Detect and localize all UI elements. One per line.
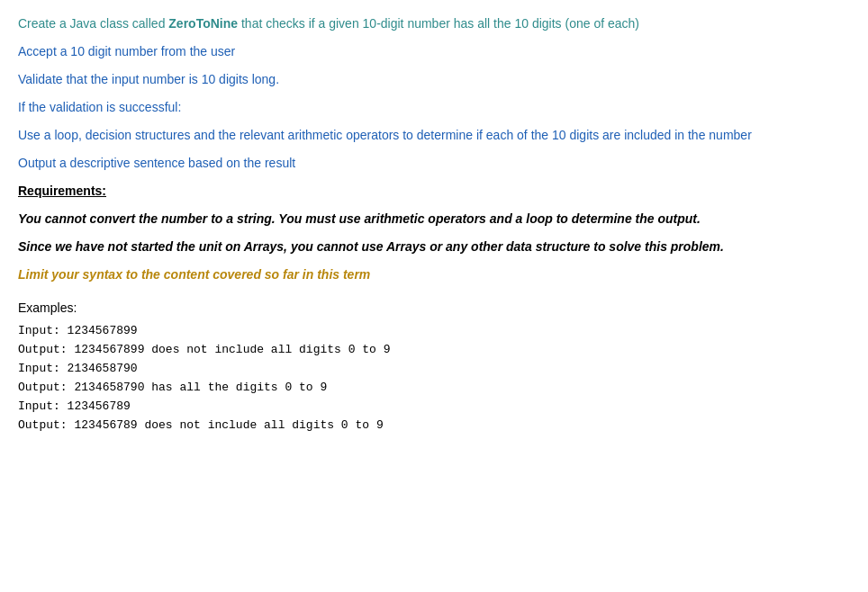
- example-3-output-value: 123456789 does not include all digits 0 …: [74, 418, 383, 432]
- example-2-input-label: Input:: [18, 362, 68, 375]
- req1-text: You cannot convert the number to a strin…: [18, 211, 701, 226]
- example-1-output-value: 1234567899 does not include all digits 0…: [74, 343, 390, 356]
- requirements-header: Requirements:: [18, 182, 850, 201]
- example-1-output-label: Output:: [18, 343, 74, 356]
- example-1-input-label: Input:: [18, 324, 68, 337]
- example-2-input-value: 2134658790: [68, 362, 138, 375]
- requirement-2: Since we have not started the unit on Ar…: [18, 238, 850, 256]
- example-3-output-label: Output:: [18, 418, 74, 432]
- example-2-output-label: Output:: [18, 381, 74, 394]
- intro-line1-pre: Create a Java class called: [18, 16, 168, 31]
- intro-line2-text: Accept a 10 digit number from the user: [18, 44, 235, 58]
- intro-line6-text: Output a descriptive sentence based on t…: [18, 156, 295, 170]
- requirements-label: Requirements:: [18, 184, 106, 198]
- example-3-input: Input: 123456789: [18, 399, 850, 413]
- intro-line1: Create a Java class called ZeroToNine th…: [18, 14, 850, 33]
- example-1-output: Output: 1234567899 does not include all …: [18, 343, 850, 356]
- example-1-input-value: 1234567899: [68, 324, 138, 337]
- intro-line2: Accept a 10 digit number from the user: [18, 42, 850, 61]
- intro-classname: ZeroToNine: [168, 16, 238, 31]
- requirement-1: You cannot convert the number to a strin…: [18, 210, 850, 229]
- example-3-input-value: 123456789: [68, 399, 131, 413]
- example-3-output: Output: 123456789 does not include all d…: [18, 418, 850, 432]
- example-1-input: Input: 1234567899: [18, 324, 850, 337]
- intro-line3: Validate that the input number is 10 dig…: [18, 70, 850, 89]
- examples-header: Examples:: [18, 300, 850, 315]
- intro-line6: Output a descriptive sentence based on t…: [18, 154, 850, 173]
- intro-line3-text: Validate that the input number is 10 dig…: [18, 72, 279, 86]
- intro-line4: If the validation is successful:: [18, 98, 850, 117]
- examples-header-text: Examples:: [18, 300, 77, 315]
- req2-text: Since we have not started the unit on Ar…: [18, 239, 724, 254]
- intro-line5-text: Use a loop, decision structures and the …: [18, 128, 752, 142]
- example-2-output-value: 2134658790 has all the digits 0 to 9: [74, 381, 327, 394]
- intro-line5: Use a loop, decision structures and the …: [18, 126, 850, 145]
- req3-text: Limit your syntax to the content covered…: [18, 267, 370, 282]
- intro-line1-post: that checks if a given 10-digit number h…: [238, 16, 639, 31]
- example-2-input: Input: 2134658790: [18, 362, 850, 375]
- requirement-3: Limit your syntax to the content covered…: [18, 265, 850, 284]
- intro-line4-text: If the validation is successful:: [18, 100, 181, 114]
- example-2-output: Output: 2134658790 has all the digits 0 …: [18, 381, 850, 394]
- example-3-input-label: Input:: [18, 399, 68, 413]
